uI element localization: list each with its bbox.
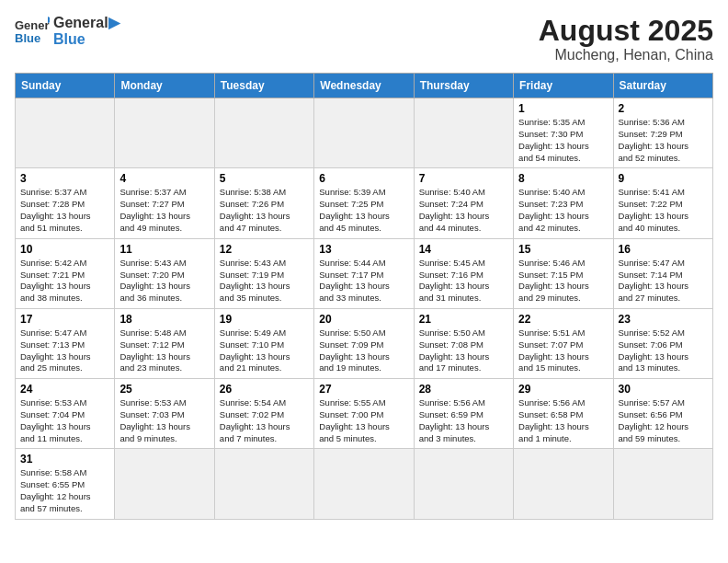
day-number: 8 [518,172,608,185]
calendar-cell [314,98,414,168]
day-number: 22 [518,313,608,326]
calendar-cell: 30Sunrise: 5:57 AM Sunset: 6:56 PM Dayli… [613,379,712,449]
header: General Blue General Blue General▶ Blue … [15,15,713,63]
weekday-saturday: Saturday [613,74,712,98]
calendar-cell: 28Sunrise: 5:56 AM Sunset: 6:59 PM Dayli… [414,379,513,449]
day-info: Sunrise: 5:39 AM Sunset: 7:25 PM Dayligh… [319,187,408,234]
title-block: August 2025 Mucheng, Henan, China [539,15,713,63]
day-number: 19 [220,313,309,326]
weekday-wednesday: Wednesday [314,74,414,98]
day-info: Sunrise: 5:58 AM Sunset: 6:55 PM Dayligh… [20,467,109,514]
week-row-4: 17Sunrise: 5:47 AM Sunset: 7:13 PM Dayli… [16,308,713,378]
calendar-cell: 2Sunrise: 5:36 AM Sunset: 7:29 PM Daylig… [613,98,712,168]
day-info: Sunrise: 5:47 AM Sunset: 7:14 PM Dayligh… [619,258,708,304]
day-info: Sunrise: 5:50 AM Sunset: 7:09 PM Dayligh… [319,327,408,374]
calendar-cell: 27Sunrise: 5:55 AM Sunset: 7:00 PM Dayli… [314,379,414,449]
day-number: 14 [419,243,508,256]
calendar-cell: 10Sunrise: 5:42 AM Sunset: 7:21 PM Dayli… [16,238,115,308]
day-number: 10 [20,243,109,256]
calendar-header: SundayMondayTuesdayWednesdayThursdayFrid… [16,74,713,98]
weekday-header-row: SundayMondayTuesdayWednesdayThursdayFrid… [16,74,713,98]
day-number: 31 [20,453,109,465]
day-number: 13 [319,243,408,256]
calendar-cell: 22Sunrise: 5:51 AM Sunset: 7:07 PM Dayli… [514,308,613,378]
calendar-cell: 13Sunrise: 5:44 AM Sunset: 7:17 PM Dayli… [314,238,414,308]
calendar-cell [16,98,115,168]
calendar-cell [115,449,214,519]
calendar-cell: 8Sunrise: 5:40 AM Sunset: 7:23 PM Daylig… [514,168,613,238]
day-number: 20 [319,313,408,326]
day-number: 7 [419,172,508,185]
week-row-5: 24Sunrise: 5:53 AM Sunset: 7:04 PM Dayli… [16,379,713,449]
calendar-cell: 4Sunrise: 5:37 AM Sunset: 7:27 PM Daylig… [115,168,214,238]
day-number: 6 [319,172,408,185]
svg-text:Blue: Blue [15,31,40,45]
day-info: Sunrise: 5:47 AM Sunset: 7:13 PM Dayligh… [20,327,109,374]
day-number: 28 [419,383,508,396]
calendar-cell [214,98,313,168]
calendar-cell: 12Sunrise: 5:43 AM Sunset: 7:19 PM Dayli… [214,238,313,308]
day-info: Sunrise: 5:40 AM Sunset: 7:23 PM Dayligh… [518,187,608,234]
day-info: Sunrise: 5:42 AM Sunset: 7:21 PM Dayligh… [20,258,109,304]
calendar-body: 1Sunrise: 5:35 AM Sunset: 7:30 PM Daylig… [16,98,713,520]
weekday-monday: Monday [115,74,214,98]
day-number: 24 [20,383,109,396]
day-info: Sunrise: 5:40 AM Sunset: 7:24 PM Dayligh… [419,187,508,234]
day-number: 21 [419,313,508,326]
calendar-cell: 31Sunrise: 5:58 AM Sunset: 6:55 PM Dayli… [16,449,115,519]
day-info: Sunrise: 5:45 AM Sunset: 7:16 PM Dayligh… [419,258,508,304]
day-number: 16 [619,243,708,256]
day-info: Sunrise: 5:48 AM Sunset: 7:12 PM Dayligh… [119,327,209,374]
weekday-sunday: Sunday [16,74,115,98]
day-number: 29 [518,383,608,396]
calendar-cell [613,449,712,519]
day-info: Sunrise: 5:56 AM Sunset: 6:59 PM Dayligh… [419,397,508,444]
month-year: August 2025 [539,15,713,47]
weekday-thursday: Thursday [414,74,513,98]
calendar-cell: 15Sunrise: 5:46 AM Sunset: 7:15 PM Dayli… [514,238,613,308]
calendar-cell [414,449,513,519]
day-number: 15 [518,243,608,256]
day-info: Sunrise: 5:41 AM Sunset: 7:22 PM Dayligh… [619,187,708,234]
day-info: Sunrise: 5:38 AM Sunset: 7:26 PM Dayligh… [220,187,309,234]
calendar-cell: 16Sunrise: 5:47 AM Sunset: 7:14 PM Dayli… [613,238,712,308]
day-info: Sunrise: 5:44 AM Sunset: 7:17 PM Dayligh… [319,258,408,304]
day-info: Sunrise: 5:37 AM Sunset: 7:28 PM Dayligh… [20,187,109,234]
day-info: Sunrise: 5:50 AM Sunset: 7:08 PM Dayligh… [419,327,508,374]
day-info: Sunrise: 5:53 AM Sunset: 7:04 PM Dayligh… [20,397,109,444]
day-number: 17 [20,313,109,326]
calendar-cell: 6Sunrise: 5:39 AM Sunset: 7:25 PM Daylig… [314,168,414,238]
calendar-cell: 14Sunrise: 5:45 AM Sunset: 7:16 PM Dayli… [414,238,513,308]
day-number: 30 [619,383,708,396]
day-number: 3 [20,172,109,185]
calendar: SundayMondayTuesdayWednesdayThursdayFrid… [15,73,713,520]
day-info: Sunrise: 5:37 AM Sunset: 7:27 PM Dayligh… [119,187,209,234]
day-info: Sunrise: 5:46 AM Sunset: 7:15 PM Dayligh… [518,258,608,304]
day-number: 23 [619,313,708,326]
day-info: Sunrise: 5:52 AM Sunset: 7:06 PM Dayligh… [619,327,708,374]
calendar-cell: 25Sunrise: 5:53 AM Sunset: 7:03 PM Dayli… [115,379,214,449]
week-row-6: 31Sunrise: 5:58 AM Sunset: 6:55 PM Dayli… [16,449,713,519]
day-number: 5 [220,172,309,185]
day-info: Sunrise: 5:35 AM Sunset: 7:30 PM Dayligh… [518,117,608,164]
week-row-3: 10Sunrise: 5:42 AM Sunset: 7:21 PM Dayli… [16,238,713,308]
day-info: Sunrise: 5:43 AM Sunset: 7:19 PM Dayligh… [220,258,309,304]
day-number: 4 [119,172,209,185]
week-row-1: 1Sunrise: 5:35 AM Sunset: 7:30 PM Daylig… [16,98,713,168]
calendar-cell [214,449,313,519]
day-info: Sunrise: 5:36 AM Sunset: 7:29 PM Dayligh… [619,117,708,164]
svg-text:General: General [15,18,50,32]
day-info: Sunrise: 5:53 AM Sunset: 7:03 PM Dayligh… [119,397,209,444]
calendar-cell [115,98,214,168]
day-number: 2 [619,102,708,115]
calendar-cell: 20Sunrise: 5:50 AM Sunset: 7:09 PM Dayli… [314,308,414,378]
calendar-cell: 18Sunrise: 5:48 AM Sunset: 7:12 PM Dayli… [115,308,214,378]
calendar-cell: 21Sunrise: 5:50 AM Sunset: 7:08 PM Dayli… [414,308,513,378]
calendar-cell: 26Sunrise: 5:54 AM Sunset: 7:02 PM Dayli… [214,379,313,449]
day-info: Sunrise: 5:57 AM Sunset: 6:56 PM Dayligh… [619,397,708,444]
day-number: 9 [619,172,708,185]
day-number: 27 [319,383,408,396]
calendar-cell: 24Sunrise: 5:53 AM Sunset: 7:04 PM Dayli… [16,379,115,449]
day-number: 11 [119,243,209,256]
day-info: Sunrise: 5:55 AM Sunset: 7:00 PM Dayligh… [319,397,408,444]
